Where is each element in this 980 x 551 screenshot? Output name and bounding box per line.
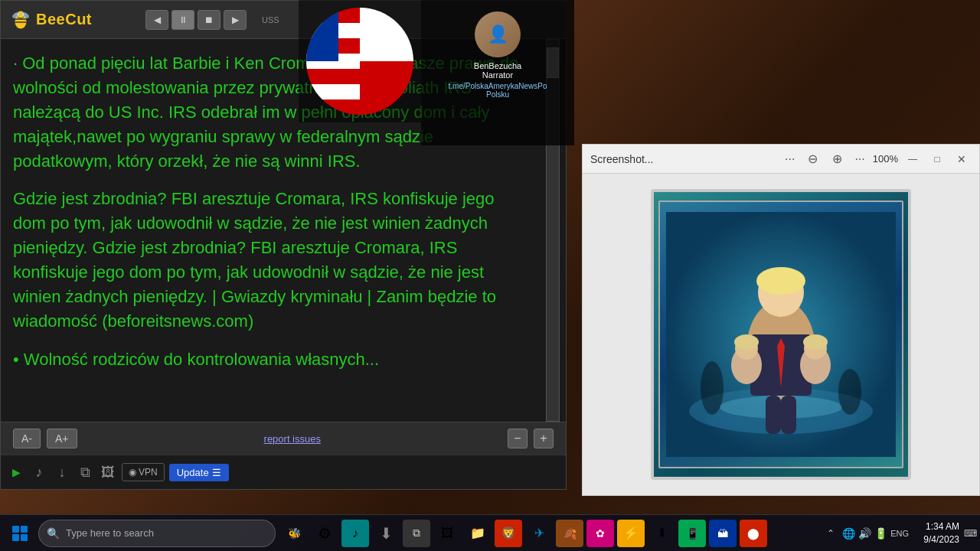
- taskbar-snap-icon[interactable]: ⚡: [617, 520, 645, 547]
- us-flag-canton: [306, 8, 338, 61]
- zoom-in-button[interactable]: +: [534, 429, 554, 448]
- music-icon[interactable]: ♪: [30, 463, 48, 481]
- polish-flag: [360, 8, 413, 115]
- pause-button[interactable]: ⏸: [172, 10, 194, 30]
- copy-icon[interactable]: ⧉: [76, 463, 94, 481]
- taskbar-file-icon[interactable]: 📁: [464, 520, 492, 547]
- taskbar-image-icon[interactable]: 🖼: [433, 520, 461, 547]
- image-icon[interactable]: 🖼: [99, 463, 117, 481]
- taskbar-telegram-icon[interactable]: ✈: [525, 520, 553, 547]
- search-bar[interactable]: 🔍 Type here to search: [38, 520, 276, 547]
- zoom-controls: − +: [508, 429, 554, 448]
- stop-button[interactable]: ⏹: [198, 10, 220, 30]
- vpn-circle-icon: ◉: [129, 467, 136, 478]
- flag-circle: [306, 8, 413, 115]
- taskbar-download-icon[interactable]: ⬇: [372, 520, 400, 547]
- date-display: 9/4/2023: [913, 533, 959, 546]
- taskbar-whatsapp-icon[interactable]: 📱: [678, 520, 706, 547]
- uss-label: USS: [262, 15, 279, 24]
- text-paragraph-3: • Wolność rodziców do kontrolowania włas…: [13, 347, 528, 372]
- vpn-button[interactable]: ◉ VPN: [122, 463, 165, 481]
- font-increase-button[interactable]: A+: [47, 429, 77, 448]
- battery-icon[interactable]: 🔋: [874, 527, 887, 540]
- screenshot-minimize-button[interactable]: —: [903, 149, 923, 169]
- text-bottom-bar: A- A+ report issues − +: [1, 422, 566, 455]
- search-icon: 🔍: [47, 527, 60, 540]
- screenshot-maximize-button[interactable]: □: [927, 149, 947, 169]
- windows-logo-icon: [12, 526, 28, 541]
- volume-icon[interactable]: 🔊: [858, 527, 871, 540]
- taskbar-copy-icon[interactable]: ⧉: [403, 520, 430, 547]
- flag-widget: [299, 0, 421, 122]
- screenshot-window: Screenshot... ··· ⊖ ⊕ ··· 100% — □ ✕: [582, 144, 980, 496]
- screenshot-more-button[interactable]: ···: [782, 152, 798, 166]
- taskbar-photos-icon[interactable]: 🏔: [709, 520, 737, 547]
- channel-link[interactable]: t.me/PolskaAmerykaNewsPoPolsku: [449, 82, 547, 99]
- svg-rect-22: [766, 396, 781, 434]
- screenshot-close-button[interactable]: ✕: [952, 149, 972, 169]
- svg-point-12: [756, 267, 805, 295]
- next-button[interactable]: ▶: [224, 10, 247, 30]
- system-tray: ⌃ 🌐 🔊 🔋 ENG 1:34 AM 9/4/2023 ⌨: [824, 520, 977, 546]
- beecut-logo: BeeCut: [10, 9, 92, 31]
- play-footer-icon[interactable]: ▶: [7, 463, 25, 481]
- polish-flag-white: [360, 8, 413, 61]
- menu-icon: ☰: [212, 467, 221, 478]
- search-input-placeholder: Type here to search: [66, 527, 154, 539]
- desktop: BeeCut ◀ ⏸ ⏹ ▶ USS · Od ponad pięciu lat…: [0, 0, 980, 551]
- text-paragraph-2: Gdzie jest zbrodnia? FBI aresztuje Croma…: [13, 187, 528, 333]
- update-button[interactable]: Update ☰: [169, 464, 229, 481]
- font-controls: A- A+: [13, 429, 77, 448]
- network-icon[interactable]: 🌐: [842, 527, 855, 540]
- image-preview: [651, 189, 911, 480]
- svg-point-24: [701, 361, 724, 415]
- time-display: 1:34 AM: [913, 520, 959, 533]
- tray-expand-button[interactable]: ⌃: [824, 527, 838, 540]
- beecut-controls: ◀ ⏸ ⏹ ▶: [145, 10, 247, 30]
- taskbar-music-icon[interactable]: ♪: [341, 520, 369, 547]
- polish-flag-red: [360, 61, 413, 115]
- image-inner: [658, 201, 903, 468]
- download-icon[interactable]: ↓: [53, 463, 71, 481]
- beecut-title-text: BeeCut: [36, 11, 92, 28]
- screenshot-zoom-out-icon[interactable]: ⊖: [802, 149, 822, 169]
- report-issues-link[interactable]: report issues: [264, 433, 321, 445]
- taskbar-app1-icon[interactable]: 🍂: [556, 520, 583, 547]
- language-icon[interactable]: ENG: [890, 529, 909, 538]
- start-button[interactable]: [3, 517, 37, 550]
- font-decrease-button[interactable]: A-: [13, 429, 41, 448]
- svg-point-17: [734, 334, 759, 350]
- svg-point-25: [838, 369, 861, 415]
- screenshot-zoom-in-icon[interactable]: ⊕: [827, 149, 847, 169]
- telegram-channel-widget: 👤 BenBezuchaNarrator t.me/PolskaAmerykaN…: [421, 0, 574, 145]
- svg-point-20: [803, 334, 828, 350]
- prev-button[interactable]: ◀: [145, 10, 168, 30]
- taskbar-app4-icon[interactable]: ⬤: [740, 520, 767, 547]
- screenshot-extra-menu[interactable]: ···: [851, 152, 867, 166]
- taskbar-settings-icon[interactable]: ⚙: [311, 520, 338, 547]
- tray-icons: 🌐 🔊 🔋 ENG: [842, 527, 909, 540]
- zoom-out-button[interactable]: −: [508, 429, 528, 448]
- taskbar-brave-icon[interactable]: 🦁: [495, 520, 522, 547]
- screenshot-content: [583, 174, 979, 495]
- keyboard-layout-button[interactable]: ⌨: [964, 528, 977, 539]
- screenshot-zoom-level: 100%: [873, 153, 898, 165]
- taskbar-app2-icon[interactable]: ✿: [586, 520, 614, 547]
- update-label: Update: [177, 467, 209, 478]
- bee-icon: [10, 9, 31, 31]
- image-svg: [666, 212, 896, 457]
- taskbar-icons: 🐝 ⚙ ♪ ⬇ ⧉ 🖼 📁 🦁 ✈ 🍂 ✿ ⚡ ⬇ 📱 🏔 ⬤: [280, 520, 767, 547]
- screenshot-titlebar: Screenshot... ··· ⊖ ⊕ ··· 100% — □ ✕: [583, 145, 979, 174]
- taskbar-app3-icon[interactable]: ⬇: [648, 520, 675, 547]
- screenshot-title: Screenshot...: [590, 153, 777, 165]
- taskbar-beecut-icon[interactable]: 🐝: [280, 520, 308, 547]
- channel-name: BenBezuchaNarrator: [474, 61, 521, 80]
- clock-area[interactable]: 1:34 AM 9/4/2023: [913, 520, 959, 546]
- vpn-label: VPN: [139, 467, 158, 478]
- svg-rect-23: [781, 396, 796, 434]
- channel-avatar: 👤: [475, 11, 521, 57]
- beecut-footer: ▶ ♪ ↓ ⧉ 🖼 ◉ VPN Update ☰: [1, 455, 566, 489]
- taskbar: 🔍 Type here to search 🐝 ⚙ ♪ ⬇ ⧉ 🖼 📁 🦁 ✈ …: [0, 514, 980, 551]
